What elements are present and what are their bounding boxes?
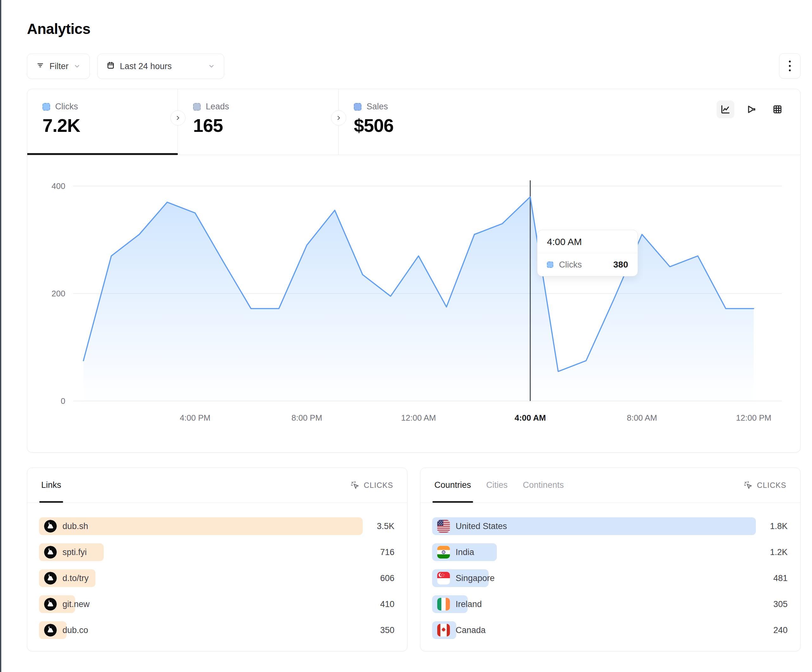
clicks-swatch-icon: [43, 103, 50, 111]
clicks-swatch-icon: [547, 261, 553, 268]
svg-text:4:00 AM: 4:00 AM: [515, 413, 546, 423]
cursor-click-icon: [350, 481, 360, 490]
line-chart-icon: [720, 104, 731, 115]
svg-text:400: 400: [52, 181, 65, 191]
country-row[interactable]: Ireland305: [432, 595, 788, 613]
countries-panel-header: Countries Cities Continents CLICKS: [420, 468, 800, 503]
window-edge: [0, 0, 1, 672]
metric-label: CLICKS: [757, 481, 786, 490]
analytics-card: Clicks 7.2K Leads 165 Sales $506: [27, 89, 800, 453]
svg-text:12:00 AM: 12:00 AM: [401, 413, 436, 423]
india-flag-icon: [437, 546, 450, 559]
links-panel-header: Links CLICKS: [27, 468, 407, 503]
link-row[interactable]: d.to/try606: [39, 569, 394, 587]
clicks-timeseries-chart[interactable]: 02004004:00 PM8:00 PM12:00 AM4:00 AM8:00…: [27, 155, 800, 453]
calendar-icon: [107, 61, 115, 72]
chevron-right-icon: [335, 114, 342, 121]
links-rows: dub.sh3.5Kspti.fyi716d.to/try606git.new4…: [27, 503, 407, 639]
funnel-view-button[interactable]: [742, 101, 760, 118]
row-value: 481: [773, 569, 788, 587]
row-value: 350: [380, 621, 394, 639]
area-chart-canvas: 02004004:00 PM8:00 PM12:00 AM4:00 AM8:00…: [27, 155, 800, 453]
expand-sales-button[interactable]: [331, 110, 346, 126]
table-grid-icon: [772, 104, 783, 115]
dub-logo-icon: [44, 598, 57, 611]
ireland-flag-icon: [437, 598, 450, 611]
row-label: India: [455, 547, 474, 557]
row-label: d.to/try: [63, 573, 89, 583]
tab-continents[interactable]: Continents: [523, 468, 564, 502]
country-row[interactable]: Singapore481: [432, 569, 788, 587]
svg-text:12:00 PM: 12:00 PM: [736, 413, 771, 423]
metric-label: CLICKS: [364, 481, 393, 490]
tab-cities[interactable]: Cities: [486, 468, 508, 502]
svg-text:200: 200: [52, 289, 65, 298]
country-row[interactable]: United States1.8K: [432, 517, 788, 535]
stats-tabs: Clicks 7.2K Leads 165 Sales $506: [27, 89, 800, 155]
row-value: 1.8K: [770, 517, 788, 535]
row-value: 606: [380, 569, 394, 587]
date-range-label: Last 24 hours: [120, 61, 172, 71]
links-metric-selector[interactable]: CLICKS: [350, 481, 393, 490]
tab-links[interactable]: Links: [41, 468, 61, 502]
row-label: dub.co: [63, 625, 88, 635]
chart-tooltip: 4:00 AM Clicks 380: [537, 230, 638, 276]
row-value: 240: [773, 621, 788, 639]
chart-view-toggles: [716, 101, 786, 118]
leads-swatch-icon: [193, 103, 201, 111]
svg-text:0: 0: [61, 396, 65, 406]
stat-label: Sales: [367, 102, 388, 112]
tooltip-time: 4:00 AM: [537, 230, 638, 253]
row-value: 716: [380, 543, 394, 561]
dub-logo-icon: [44, 572, 57, 585]
countries-metric-selector[interactable]: CLICKS: [744, 481, 786, 490]
stat-label: Leads: [206, 102, 229, 112]
canada-flag-icon: [437, 624, 450, 636]
link-row[interactable]: spti.fyi716: [39, 543, 394, 561]
country-row[interactable]: India1.2K: [432, 543, 788, 561]
row-value: 3.5K: [377, 517, 394, 535]
toolbar: Filter Last 24 hours: [27, 53, 800, 79]
cursor-click-icon: [744, 481, 753, 490]
expand-leads-button[interactable]: [170, 110, 186, 126]
date-range-button[interactable]: Last 24 hours: [97, 54, 224, 79]
chevron-down-icon: [208, 63, 215, 70]
row-label: Singapore: [455, 573, 495, 583]
row-label: dub.sh: [63, 522, 88, 531]
chevron-down-icon: [73, 63, 80, 70]
row-label: Canada: [455, 625, 486, 635]
filter-lines-icon: [36, 61, 44, 72]
singapore-flag-icon: [437, 572, 450, 585]
stat-value-leads: 165: [193, 115, 338, 136]
tooltip-value: 380: [613, 259, 628, 270]
sales-swatch-icon: [354, 103, 362, 111]
breakdown-panels: Links CLICKS dub.sh3.5Kspti.fyi716d.to/t…: [27, 467, 800, 652]
link-row[interactable]: dub.sh3.5K: [39, 517, 394, 535]
filter-button[interactable]: Filter: [27, 54, 90, 79]
page-title: Analytics: [27, 20, 800, 38]
countries-rows: United States1.8KIndia1.2KSingapore481Ir…: [420, 503, 800, 639]
stat-value-clicks: 7.2K: [43, 115, 177, 136]
stat-label: Clicks: [55, 102, 78, 112]
stat-tab-leads[interactable]: Leads 165: [178, 89, 339, 155]
table-view-button[interactable]: [769, 101, 786, 118]
dub-logo-icon: [44, 520, 57, 532]
row-value: 305: [773, 595, 788, 613]
stat-tab-sales[interactable]: Sales $506: [339, 89, 800, 155]
dub-logo-icon: [44, 546, 57, 559]
country-row[interactable]: Canada240: [432, 621, 788, 639]
row-label: spti.fyi: [63, 547, 87, 557]
link-row[interactable]: git.new410: [39, 595, 394, 613]
analytics-page: Analytics Filter Last 24 hours: [27, 0, 800, 652]
svg-text:4:00 PM: 4:00 PM: [180, 413, 210, 423]
row-label: git.new: [63, 599, 90, 609]
more-menu-button[interactable]: [779, 53, 800, 78]
line-chart-view-button[interactable]: [716, 101, 734, 118]
us-flag-icon: [437, 520, 450, 532]
link-row[interactable]: dub.co350: [39, 621, 394, 639]
row-label: Ireland: [455, 599, 482, 609]
row-label: United States: [455, 522, 507, 531]
svg-text:8:00 PM: 8:00 PM: [292, 413, 322, 423]
stat-tab-clicks[interactable]: Clicks 7.2K: [27, 89, 178, 155]
tab-countries[interactable]: Countries: [434, 468, 471, 502]
